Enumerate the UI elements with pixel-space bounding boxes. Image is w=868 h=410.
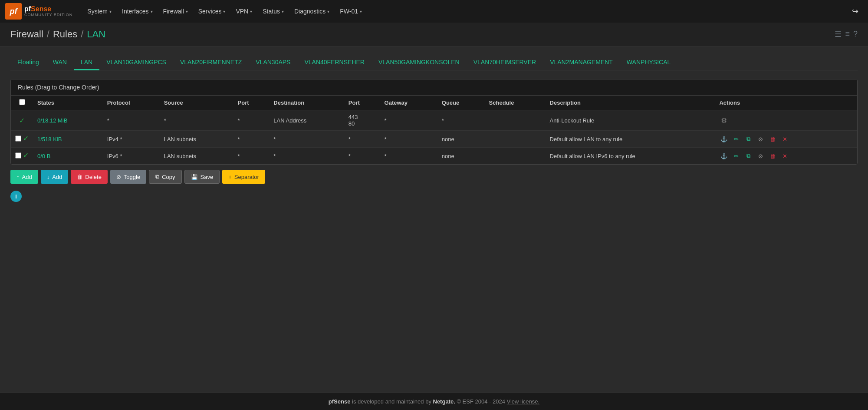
footer-text-mid: is developed and maintained by xyxy=(352,398,433,405)
card-header: Rules (Drag to Change Order) xyxy=(11,79,857,96)
toggle-button[interactable]: ⊘ Toggle xyxy=(110,170,146,184)
add-above-button[interactable]: ↑ Add xyxy=(10,170,38,184)
edit-icon[interactable]: ✏ xyxy=(731,134,741,144)
row2-protocol: IPv4 * xyxy=(103,131,160,148)
nav-status[interactable]: Status ▾ xyxy=(258,5,288,17)
add-below-button[interactable]: ↓ Add xyxy=(41,170,69,184)
row3-states-link[interactable]: 0/0 B xyxy=(37,153,50,159)
help-icon[interactable]: ? xyxy=(853,30,858,39)
row3-gateway: * xyxy=(380,148,437,165)
breadcrumb-separator: / xyxy=(47,29,49,40)
tab-vlan2mgmt[interactable]: VLAN2MANAGEMENT xyxy=(543,55,620,70)
nav-firewall[interactable]: Firewall ▾ xyxy=(159,5,192,17)
tab-vlan20[interactable]: VLAN20FIRMENNETZ xyxy=(173,55,249,70)
rules-card: Rules (Drag to Change Order) States Prot… xyxy=(10,79,858,165)
row2-checkbox-cell: ✓ xyxy=(11,131,33,146)
row2-destination: * xyxy=(269,131,344,148)
chevron-down-icon: ▾ xyxy=(327,9,329,14)
nav-interfaces[interactable]: Interfaces ▾ xyxy=(118,5,157,17)
add-above-icon: ↑ xyxy=(16,174,20,180)
disable-icon[interactable]: ⊘ xyxy=(756,151,765,161)
col-queue: Queue xyxy=(437,96,485,110)
copy-button[interactable]: ⧉ Copy xyxy=(149,170,181,184)
tab-vlan40[interactable]: VLAN40FERNSEHER xyxy=(297,55,372,70)
row3-protocol: IPv6 * xyxy=(103,148,160,165)
col-destination: Destination xyxy=(269,96,344,110)
chevron-down-icon: ▾ xyxy=(360,9,362,14)
row1-protocol: * xyxy=(103,110,160,131)
row2-description: Default allow LAN to any rule xyxy=(546,131,715,148)
copy-icon[interactable]: ⧉ xyxy=(743,151,753,161)
row3-dest-port: * xyxy=(344,148,380,165)
row3-checkbox[interactable] xyxy=(15,152,21,159)
row2-actions: ⚓ ✏ ⧉ ⊘ 🗑 ✕ xyxy=(715,131,857,148)
tab-vlan70[interactable]: VLAN70HEIMSERVER xyxy=(467,55,543,70)
breadcrumb-rules[interactable]: Rules xyxy=(53,29,77,40)
disable-icon[interactable]: ⊘ xyxy=(756,134,765,144)
footer: pfSense is developed and maintained by N… xyxy=(0,393,868,410)
chart-icon[interactable]: ☰ xyxy=(835,30,842,39)
save-button[interactable]: 💾 Save xyxy=(184,170,220,184)
nav-system[interactable]: System ▾ xyxy=(83,5,116,17)
tab-vlan50[interactable]: VLAN50GAMINGKONSOLEN xyxy=(372,55,467,70)
cancel-icon[interactable]: ✕ xyxy=(780,151,789,161)
delete-icon[interactable]: 🗑 xyxy=(768,134,777,144)
delete-icon[interactable]: 🗑 xyxy=(768,151,777,161)
tab-wanphysical[interactable]: WANPHYSICAL xyxy=(620,55,677,70)
edit-icon[interactable]: ✏ xyxy=(731,151,741,161)
row2-dest-port: * xyxy=(344,131,380,148)
delete-button[interactable]: 🗑 Delete xyxy=(71,170,108,184)
footer-netgate: Netgate. xyxy=(433,398,455,405)
chevron-down-icon: ▾ xyxy=(151,9,153,14)
row1-dest-port: 44380 xyxy=(344,110,380,131)
table-header-row: States Protocol Source Port Destination … xyxy=(11,96,857,110)
user-icon: ↪ xyxy=(852,7,858,16)
row1-states-link[interactable]: 0/18.12 MiB xyxy=(37,117,67,124)
col-protocol: Protocol xyxy=(103,96,160,110)
row1-port: * xyxy=(233,110,270,131)
plus-icon: + xyxy=(228,174,232,180)
navbar: pf pfSense COMMUNITY EDITION System ▾ In… xyxy=(0,0,868,23)
chevron-down-icon: ▾ xyxy=(282,9,284,14)
row2-checkbox[interactable] xyxy=(15,136,21,142)
copy-button-icon: ⧉ xyxy=(155,173,159,180)
breadcrumb-bar: Firewall / Rules / LAN ☰ ≡ ? xyxy=(0,23,868,46)
tab-lan[interactable]: LAN xyxy=(74,55,99,70)
col-gateway: Gateway xyxy=(380,96,437,110)
row2-source: LAN subnets xyxy=(160,131,233,148)
separator-button[interactable]: + Separator xyxy=(222,170,265,184)
tab-vlan30[interactable]: VLAN30APS xyxy=(249,55,297,70)
nav-services[interactable]: Services ▾ xyxy=(194,5,230,17)
breadcrumb-lan: LAN xyxy=(87,29,105,40)
footer-copyright: © ESF 2004 - 2024 xyxy=(457,398,506,405)
select-all-checkbox[interactable] xyxy=(19,99,25,105)
footer-license-link[interactable]: View license. xyxy=(507,398,540,405)
gear-icon[interactable]: ⚙ xyxy=(719,116,729,125)
list-icon[interactable]: ≡ xyxy=(845,30,850,39)
nav-diagnostics[interactable]: Diagnostics ▾ xyxy=(290,5,334,17)
row1-gateway: * xyxy=(380,110,437,131)
row2-states-link[interactable]: 1/518 KiB xyxy=(37,136,62,142)
row2-enabled-icon: ✓ xyxy=(23,134,29,142)
copy-icon[interactable]: ⧉ xyxy=(743,134,753,144)
cancel-icon[interactable]: ✕ xyxy=(780,134,789,144)
anchor-icon[interactable]: ⚓ xyxy=(719,151,729,161)
nav-vpn[interactable]: VPN ▾ xyxy=(231,5,256,17)
col-checkbox xyxy=(11,96,33,110)
nav-fw01[interactable]: FW-01 ▾ xyxy=(335,5,366,17)
breadcrumb-firewall[interactable]: Firewall xyxy=(10,29,43,40)
tabs: Floating WAN LAN VLAN10GAMINGPCS VLAN20F… xyxy=(10,55,858,70)
rules-table: States Protocol Source Port Destination … xyxy=(11,96,857,164)
nav-user-icon[interactable]: ↪ xyxy=(848,4,863,19)
anchor-icon[interactable]: ⚓ xyxy=(719,134,729,144)
tab-vlan10[interactable]: VLAN10GAMINGPCS xyxy=(99,55,173,70)
row3-source: LAN subnets xyxy=(160,148,233,165)
row1-action-icons: ⚙ xyxy=(719,116,853,125)
row3-queue: none xyxy=(437,148,485,165)
tab-floating[interactable]: Floating xyxy=(10,55,46,70)
brand-logo[interactable]: pf pfSense COMMUNITY EDITION xyxy=(5,3,72,20)
tab-wan[interactable]: WAN xyxy=(46,55,74,70)
col-source: Source xyxy=(160,96,233,110)
row3-checkbox-cell: ✓ xyxy=(11,148,33,163)
info-icon[interactable]: i xyxy=(10,191,22,202)
